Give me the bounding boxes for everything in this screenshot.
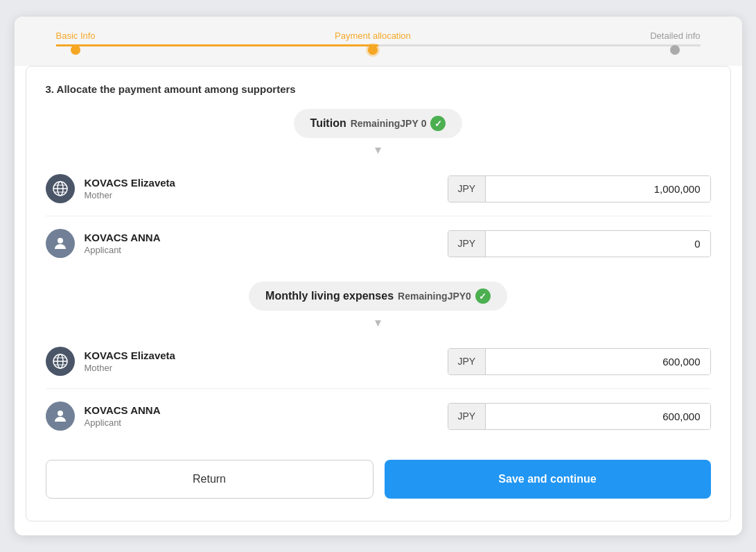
- tuition-elizaveta-row: KOVACS Elizaveta Mother JPY: [46, 164, 711, 213]
- tuition-elizaveta-role: Mother: [85, 190, 175, 200]
- tuition-anna-info: KOVACS ANNA Applicant: [46, 229, 161, 258]
- category-tuition: Tuition RemainingJPY 0 ✓ ▾: [46, 109, 711, 268]
- tuition-arrow: ▾: [46, 144, 711, 156]
- tuition-anna-name: KOVACS ANNA: [85, 232, 161, 243]
- step-label-detailed-info: Detailed info: [650, 31, 700, 41]
- living-anna-amount-field: JPY: [448, 403, 711, 430]
- living-elizaveta-details: KOVACS Elizaveta Mother: [85, 350, 175, 373]
- tuition-elizaveta-amount-field: JPY: [448, 175, 711, 202]
- tuition-anna-currency: JPY: [448, 231, 486, 257]
- tuition-anna-role: Applicant: [85, 245, 161, 255]
- step-payment-allocation: Payment allocation: [335, 31, 411, 55]
- living-elizaveta-role: Mother: [85, 363, 175, 373]
- living-anna-name: KOVACS ANNA: [85, 404, 161, 416]
- living-elizaveta-row: KOVACS Elizaveta Mother JPY: [46, 337, 711, 386]
- tuition-check-icon: ✓: [430, 116, 446, 131]
- tuition-anna-input[interactable]: [486, 231, 710, 257]
- step-label-payment-allocation: Payment allocation: [335, 31, 411, 41]
- step-dot-payment-allocation: [368, 45, 378, 55]
- step-basic-info: Basic Info: [56, 31, 96, 55]
- tuition-remaining-label: RemainingJPY 0: [351, 118, 427, 129]
- tuition-divider: [46, 216, 711, 216]
- tuition-elizaveta-input[interactable]: [486, 176, 710, 202]
- living-divider: [46, 388, 711, 389]
- progress-track-filled: [56, 44, 378, 46]
- living-elizaveta-input[interactable]: [486, 349, 710, 374]
- tuition-elizaveta-info: KOVACS Elizaveta Mother: [46, 174, 175, 203]
- category-living: Monthly living expenses RemainingJPY0 ✓ …: [46, 282, 711, 440]
- section-title: 3. Allocate the payment amount among sup…: [46, 83, 711, 95]
- tuition-elizaveta-currency: JPY: [448, 176, 486, 202]
- tuition-elizaveta-avatar: [46, 174, 75, 203]
- step-label-basic-info: Basic Info: [56, 31, 96, 41]
- living-anna-avatar: [46, 402, 75, 431]
- progress-bar: Basic Info Payment allocation Detailed i…: [15, 17, 742, 66]
- tuition-name: Tuition: [310, 117, 346, 130]
- living-anna-info: KOVACS ANNA Applicant: [46, 402, 161, 431]
- tuition-header: Tuition RemainingJPY 0 ✓: [294, 109, 463, 138]
- living-anna-row: KOVACS ANNA Applicant JPY: [46, 392, 711, 440]
- living-anna-details: KOVACS ANNA Applicant: [85, 404, 161, 428]
- living-check-icon: ✓: [475, 288, 491, 304]
- living-elizaveta-amount-field: JPY: [448, 348, 711, 375]
- step-dot-basic-info: [71, 45, 80, 55]
- step-detailed-info: Detailed info: [650, 31, 700, 55]
- save-continue-button[interactable]: Save and continue: [385, 460, 711, 499]
- main-container: Basic Info Payment allocation Detailed i…: [15, 17, 742, 535]
- tuition-elizaveta-name: KOVACS Elizaveta: [85, 177, 175, 189]
- return-button[interactable]: Return: [46, 460, 373, 499]
- tuition-anna-avatar: [46, 229, 75, 258]
- tuition-anna-row: KOVACS ANNA Applicant JPY: [46, 219, 711, 268]
- tuition-elizaveta-details: KOVACS Elizaveta Mother: [85, 177, 175, 200]
- tuition-anna-details: KOVACS ANNA Applicant: [85, 232, 161, 255]
- svg-point-5: [58, 238, 63, 243]
- svg-point-11: [58, 411, 63, 416]
- living-elizaveta-currency: JPY: [448, 349, 486, 374]
- living-elizaveta-info: KOVACS Elizaveta Mother: [46, 347, 175, 376]
- living-anna-input[interactable]: [486, 404, 710, 429]
- living-elizaveta-avatar: [46, 347, 75, 376]
- living-remaining-label: RemainingJPY0: [398, 291, 471, 302]
- living-header: Monthly living expenses RemainingJPY0 ✓: [249, 282, 507, 311]
- main-content: 3. Allocate the payment amount among sup…: [26, 66, 731, 521]
- footer-buttons: Return Save and continue: [46, 454, 711, 501]
- living-anna-currency: JPY: [448, 404, 486, 429]
- living-elizaveta-name: KOVACS Elizaveta: [85, 350, 175, 361]
- tuition-anna-amount-field: JPY: [448, 230, 711, 257]
- step-dot-detailed-info: [670, 45, 680, 55]
- living-name: Monthly living expenses: [265, 290, 394, 302]
- living-arrow: ▾: [46, 316, 711, 329]
- living-anna-role: Applicant: [85, 417, 161, 428]
